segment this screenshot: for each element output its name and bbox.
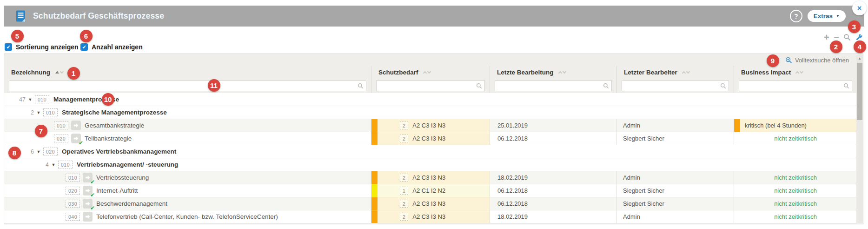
search-icon[interactable]: [843, 34, 851, 41]
letzte-bearbeitung-cell: 18.02.2019: [490, 171, 616, 184]
scrollbar-up-icon[interactable]: ▲: [856, 55, 863, 61]
code-badge: 010: [58, 161, 73, 168]
severity-bar: [371, 210, 378, 223]
sort-indicator: [682, 70, 689, 74]
table-row[interactable]: 020✔Internet-Auftritt1A2 C1 I2 N206.12.2…: [4, 184, 857, 197]
column-header-letzte-bearbeitung[interactable]: Letzte Bearbeitung: [490, 66, 616, 78]
wrench-settings-icon[interactable]: [855, 34, 863, 41]
column-header-business-impact[interactable]: Business Impact: [734, 66, 857, 78]
process-label: Telefonvertrieb (Call-Center, Kunden- bz…: [96, 213, 278, 220]
sort-indicator: [796, 70, 803, 74]
business-impact-cell: nicht zeitkritisch: [734, 184, 857, 197]
collapse-arrow-icon[interactable]: ▼: [26, 97, 35, 102]
filter-input-letzter-bearbeiter[interactable]: [622, 81, 729, 91]
process-arrow-icon[interactable]: ✔: [71, 134, 81, 143]
letzter-bearbeiter-cell: Siegbert Sicher: [616, 132, 734, 145]
schutzbedarf-level-badge: 2: [400, 213, 408, 221]
chevron-down-icon: ▼: [836, 14, 840, 18]
sort-indicator: [424, 70, 431, 74]
column-header-letzter-bearbeiter[interactable]: Letzter Bearbeiter: [616, 66, 734, 78]
search-icon: [603, 83, 609, 89]
process-arrow-icon[interactable]: ✔: [83, 199, 93, 209]
collapse-arrow-icon[interactable]: ▼: [49, 162, 58, 167]
severity-bar: [371, 132, 378, 145]
annotation-badge-8: 8: [8, 147, 21, 159]
business-impact-cell: nicht zeitkritisch: [734, 171, 857, 184]
process-arrow-icon[interactable]: ✔: [83, 173, 93, 182]
letzter-bearbeiter-cell: Admin: [616, 119, 734, 132]
column-header-bezeichnung[interactable]: Bezeichnung: [4, 66, 371, 78]
filter-input-bezeichnung[interactable]: [9, 81, 366, 91]
schutzbedarf-classes: A2 C3 I3 N3: [412, 200, 445, 207]
schutzbedarf-classes: A2 C3 I3 N3: [412, 122, 445, 129]
collapse-arrow-icon[interactable]: ▼: [34, 149, 43, 154]
help-button[interactable]: ?: [790, 10, 802, 22]
vertical-scrollbar[interactable]: ▲: [856, 55, 863, 223]
schutzbedarf-level-badge: 2: [400, 135, 408, 142]
annotation-badge-9: 9: [767, 54, 779, 67]
titlebar: Schutzbedarf Geschäftsprozesse ? Extras …: [4, 6, 864, 27]
severity-bar: [371, 119, 378, 132]
process-arrow-icon[interactable]: [83, 212, 93, 222]
sort-asc-icon: [682, 71, 686, 74]
table-filter-row: [4, 78, 857, 93]
annotation-badge-10: 10: [102, 93, 114, 106]
business-impact-text: kritisch (bei 4 Stunden): [745, 122, 807, 129]
anzahl-checkbox-label: Anzahl anzeigen: [92, 43, 143, 51]
sortierung-checkbox[interactable]: ✔: [5, 43, 12, 51]
filter-input-business-impact[interactable]: [739, 81, 852, 91]
table-row[interactable]: 47▼010Managementprozesse: [4, 93, 857, 106]
table-row[interactable]: 040Telefonvertrieb (Call-Center, Kunden-…: [4, 210, 857, 223]
schutzbedarf-cell: 1A2 C1 I2 N2: [371, 184, 490, 197]
schutzbedarf-classes: A2 C3 I3 N3: [412, 213, 445, 220]
sort-asc-icon: [55, 71, 59, 74]
schutzbedarf-classes: A2 C3 I3 N3: [412, 174, 445, 181]
business-impact-cell: nicht zeitkritisch: [734, 197, 857, 210]
table-row[interactable]: 2▼010Strategische Managementprozesse: [4, 106, 857, 119]
checkmark-icon: ✔: [79, 140, 83, 146]
close-button[interactable]: ×: [852, 1, 867, 15]
filter-input-schutzbedarf[interactable]: [376, 81, 485, 91]
group-label: Operatives Vertriebsbankmanagement: [62, 148, 176, 155]
scrollbar-thumb[interactable]: [857, 63, 862, 120]
annotation-badge-5: 5: [11, 30, 24, 42]
process-arrow-icon[interactable]: ✔: [83, 186, 93, 195]
schutzbedarf-level-badge: 1: [400, 187, 408, 195]
filter-input-letzte-bearbeitung[interactable]: [495, 81, 612, 91]
row-count: 47: [4, 96, 26, 103]
table-row[interactable]: 4▼010Vertriebsmanagement/ -steuerung: [4, 158, 857, 171]
fulltext-search-icon[interactable]: [785, 57, 792, 64]
search-icon: [476, 83, 482, 89]
process-label: Vertriebssteuerung: [96, 174, 149, 181]
process-label: Teilbankstrategie: [85, 135, 132, 142]
letzter-bearbeiter-cell: Siegbert Sicher: [616, 197, 734, 210]
table-row[interactable]: 010Gesamtbankstrategie2A2 C3 I3 N325.01.…: [4, 119, 857, 132]
annotation-badge-7: 7: [35, 125, 47, 137]
collapse-arrow-icon[interactable]: ▼: [34, 110, 43, 115]
table-row[interactable]: 020✔Teilbankstrategie2A2 C3 I3 N306.12.2…: [4, 132, 857, 145]
sort-desc-icon: [562, 69, 566, 73]
annotation-badge-4: 4: [854, 40, 866, 53]
letzte-bearbeitung-cell: 18.02.2019: [490, 210, 616, 223]
code-badge: 010: [35, 95, 49, 103]
schutzbedarf-cell: 2A2 C3 I3 N3: [371, 132, 490, 145]
checkmark-icon: ✔: [90, 192, 95, 198]
anzahl-checkbox[interactable]: ✔: [80, 43, 88, 51]
sortierung-checkbox-label: Sortierung anzeigen: [16, 43, 79, 51]
table-row[interactable]: 6▼020Operatives Vertriebsbankmanagement: [4, 145, 857, 158]
checkmark-icon: ✔: [90, 179, 95, 185]
code-badge: 040: [66, 213, 80, 221]
table-row[interactable]: 030✔Beschwerdemanagement2A2 C3 I3 N306.1…: [4, 197, 857, 210]
fulltext-search-bar: Volltextsuche öffnen: [4, 54, 863, 66]
fulltext-search-link[interactable]: Volltextsuche öffnen: [795, 57, 849, 64]
extras-button[interactable]: Extras ▼: [808, 10, 846, 22]
sort-indicator: [55, 71, 63, 74]
column-header-schutzbedarf[interactable]: Schutzbedarf: [371, 66, 490, 78]
table-row[interactable]: 010✔Vertriebssteuerung2A2 C3 I3 N318.02.…: [4, 171, 857, 184]
schutzbedarf-window: Schutzbedarf Geschäftsprozesse ? Extras …: [0, 0, 868, 229]
schutzbedarf-classes: A2 C1 I2 N2: [412, 187, 445, 194]
expand-all-button[interactable]: +: [824, 33, 829, 42]
process-arrow-icon[interactable]: [71, 121, 81, 130]
schutzbedarf-classes: A2 C3 I3 N3: [412, 135, 445, 142]
letzte-bearbeitung-cell: 25.01.2019: [490, 119, 616, 132]
